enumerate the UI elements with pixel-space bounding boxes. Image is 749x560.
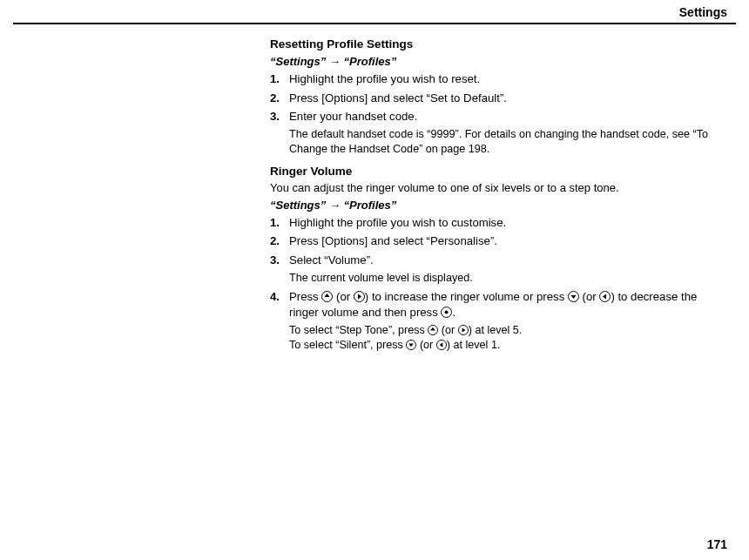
header-rule	[13, 23, 736, 24]
note-text-part: ) at level 5.	[469, 324, 523, 336]
right-key-icon	[458, 325, 469, 335]
step-text: Highlight the profile you wish to custom…	[289, 215, 723, 231]
step-number: 3.	[270, 109, 289, 157]
step-number: 2.	[270, 233, 289, 249]
list-item: 3. Select “Volume”. The current volume l…	[270, 253, 723, 286]
svg-point-5	[445, 310, 449, 314]
step-note: To select “Step Tone”, press (or ) at le…	[289, 323, 723, 353]
note-text-part: To select “Step Tone”, press	[289, 324, 428, 336]
step-body: Press (or ) to increase the ringer volum…	[289, 289, 723, 353]
breadcrumb-part: “Profiles”	[344, 55, 397, 68]
list-item: 3. Enter your handset code. The default …	[270, 109, 723, 157]
left-key-icon	[599, 291, 611, 302]
step-number: 1.	[270, 215, 289, 231]
step-text-part: (or	[579, 290, 599, 303]
list-item: 1. Highlight the profile you wish to res…	[270, 71, 723, 87]
page-content: Resetting Profile Settings “Settings” → …	[270, 37, 723, 353]
breadcrumb-part: “Profiles”	[344, 199, 397, 212]
center-key-icon	[441, 307, 452, 318]
step-text: Press [Options] and select “Set to Defau…	[289, 91, 723, 106]
step-text-part: (or	[333, 290, 353, 303]
step-number: 3.	[270, 253, 289, 286]
step-number: 1.	[270, 71, 289, 87]
breadcrumb-part: “Settings”	[270, 199, 326, 212]
breadcrumb-part: “Settings”	[270, 55, 326, 68]
up-key-icon	[321, 291, 333, 302]
down-key-icon	[568, 291, 579, 302]
note-text-part: ) at level 1.	[447, 339, 501, 351]
breadcrumb-arrow: →	[326, 55, 343, 68]
note-text-part: (or	[438, 324, 457, 336]
note-text-part: To select “Silent”, press	[289, 339, 406, 351]
list-item: 1. Highlight the profile you wish to cus…	[270, 215, 723, 231]
list-item: 2. Press [Options] and select “Set to De…	[270, 91, 723, 106]
note-text-part: (or	[416, 339, 435, 351]
step-text-part: ) to increase the ringer volume or press	[365, 290, 568, 303]
step-note: The current volume level is displayed.	[289, 271, 723, 286]
section-title-ringer: Ringer Volume	[270, 164, 723, 179]
step-text: Press [Options] and select “Personalise”…	[289, 233, 723, 249]
step-note: The default handset code is “9999”. For …	[289, 127, 723, 157]
step-number: 2.	[270, 91, 289, 106]
page-number: 171	[707, 537, 727, 551]
step-body: Enter your handset code. The default han…	[289, 109, 723, 157]
step-text: Select “Volume”.	[289, 253, 374, 267]
down-key-icon	[406, 340, 416, 350]
list-item: 2. Press [Options] and select “Personali…	[270, 233, 723, 249]
page-header: Settings	[0, 0, 749, 23]
breadcrumb-ringer: “Settings” → “Profiles”	[270, 198, 723, 213]
step-number: 4.	[270, 289, 289, 353]
step-text-part: .	[452, 306, 455, 319]
section-intro: You can adjust the ringer volume to one …	[270, 180, 723, 196]
breadcrumb-reset: “Settings” → “Profiles”	[270, 54, 723, 70]
breadcrumb-arrow: →	[326, 199, 343, 212]
step-text-part: Press	[289, 290, 321, 303]
steps-reset: 1. Highlight the profile you wish to res…	[270, 71, 723, 157]
up-key-icon	[428, 325, 438, 335]
section-title-reset: Resetting Profile Settings	[270, 37, 723, 52]
steps-ringer: 1. Highlight the profile you wish to cus…	[270, 215, 723, 353]
right-key-icon	[354, 291, 365, 302]
step-body: Select “Volume”. The current volume leve…	[289, 253, 723, 286]
left-key-icon	[436, 340, 447, 350]
step-text: Enter your handset code.	[289, 110, 417, 123]
step-text: Highlight the profile you wish to reset.	[289, 71, 723, 87]
list-item: 4. Press (or ) to increase the ringer vo…	[270, 289, 723, 353]
